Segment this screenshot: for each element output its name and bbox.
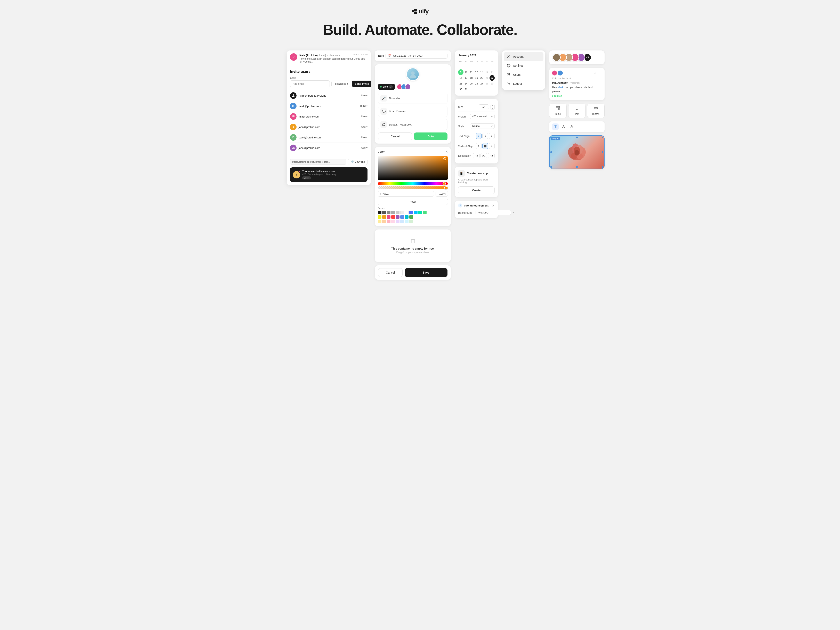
device-control[interactable]: 🎧 Default - MacBook... xyxy=(378,119,447,130)
cal-day[interactable]: 15 xyxy=(489,69,495,75)
copy-link-button[interactable]: 🔗 Copy link xyxy=(348,159,368,165)
cal-day[interactable]: 14 xyxy=(485,69,489,75)
valign-bottom-button[interactable]: ⬇ xyxy=(489,143,495,149)
color-swatch[interactable] xyxy=(405,215,409,219)
cal-day[interactable]: 21 xyxy=(485,75,489,81)
user-tool[interactable] xyxy=(560,123,567,130)
cal-day[interactable]: 26 xyxy=(474,81,479,87)
cal-day[interactable]: 29 xyxy=(489,81,495,87)
reset-color-button[interactable]: Reset xyxy=(378,199,448,205)
cal-day[interactable]: 24 xyxy=(463,81,469,87)
resize-handle-mr[interactable] xyxy=(602,152,603,153)
color-swatch[interactable] xyxy=(400,211,404,214)
cal-day[interactable]: 9 xyxy=(458,69,463,75)
valign-top-button[interactable]: ⬆ xyxy=(476,143,482,149)
comment-replies[interactable]: 5 replies xyxy=(552,95,602,98)
color-swatch[interactable] xyxy=(409,215,413,219)
valign-middle-button[interactable]: ⬛ xyxy=(482,143,488,149)
color-swatch[interactable] xyxy=(382,219,386,223)
close-icon[interactable]: ✕ xyxy=(492,204,495,208)
deco-underline-button[interactable]: Aa xyxy=(480,153,487,158)
align-right-button[interactable]: ≡ xyxy=(489,133,495,139)
color-swatch[interactable] xyxy=(378,219,381,223)
hue-slider[interactable] xyxy=(378,182,448,185)
style-select[interactable]: Normal Italic xyxy=(470,123,495,129)
table-component-button[interactable]: Table xyxy=(549,104,567,118)
color-swatch[interactable] xyxy=(387,219,390,223)
cal-day[interactable]: 12 xyxy=(474,69,479,75)
check-icon[interactable]: ✓ xyxy=(594,71,597,75)
cal-day[interactable]: 18 xyxy=(469,75,474,81)
deco-normal-button[interactable]: Aa xyxy=(473,153,480,158)
cal-day[interactable] xyxy=(469,63,474,69)
cal-day[interactable] xyxy=(463,63,469,69)
cal-day[interactable]: 28 xyxy=(485,81,489,87)
send-invite-button[interactable]: Send invite xyxy=(352,81,371,87)
color-swatch[interactable] xyxy=(423,211,426,214)
size-down-button[interactable]: ▼ xyxy=(491,107,494,109)
member-role[interactable]: Use ▾ xyxy=(362,136,368,139)
background-hex-input[interactable] xyxy=(475,210,511,215)
opacity-input[interactable] xyxy=(436,191,448,197)
cal-day[interactable]: 11 xyxy=(469,69,474,75)
color-swatch[interactable] xyxy=(378,215,381,219)
size-up-button[interactable]: ▲ xyxy=(491,104,494,107)
color-swatch[interactable] xyxy=(391,219,395,223)
color-swatch[interactable] xyxy=(387,211,390,214)
audio-control[interactable]: 🎤 No audio xyxy=(378,93,447,104)
button-component-button[interactable]: Button xyxy=(587,104,605,118)
cal-day[interactable]: 25 xyxy=(469,81,474,87)
align-left-button[interactable]: ≡ xyxy=(476,133,482,139)
member-role[interactable]: Use ▾ xyxy=(362,126,368,128)
camera-control[interactable]: 💬 Snap Camera xyxy=(378,106,447,117)
resize-handle-br[interactable] xyxy=(602,166,603,168)
color-gradient-picker[interactable] xyxy=(378,156,448,180)
cal-day[interactable]: 30 xyxy=(458,87,463,92)
share-link-input[interactable] xyxy=(290,159,346,165)
resize-handle-tl[interactable] xyxy=(550,137,552,138)
color-swatch[interactable] xyxy=(391,215,395,219)
resize-handle-tr[interactable] xyxy=(602,137,603,138)
cal-day[interactable] xyxy=(474,63,479,69)
cal-day[interactable] xyxy=(458,63,463,69)
resize-handle-mb[interactable] xyxy=(576,166,578,168)
opacity-slider[interactable] xyxy=(378,186,448,189)
hex-input[interactable] xyxy=(378,191,434,197)
cancel-button[interactable]: Cancel xyxy=(378,268,403,277)
color-swatch[interactable] xyxy=(391,211,395,214)
cal-day[interactable]: 13 xyxy=(479,69,484,75)
color-swatch[interactable] xyxy=(405,219,409,223)
cal-day[interactable]: 23 xyxy=(458,81,463,87)
cal-day[interactable] xyxy=(485,87,489,92)
color-swatch[interactable] xyxy=(409,219,413,223)
cal-day[interactable] xyxy=(489,87,495,92)
size-input[interactable] xyxy=(478,104,489,109)
color-swatch[interactable] xyxy=(396,215,399,219)
remove-color-icon[interactable]: ✕ xyxy=(513,211,515,214)
save-button[interactable]: Save xyxy=(404,268,447,277)
color-swatch[interactable] xyxy=(382,211,386,214)
cal-day[interactable]: 19 xyxy=(474,75,479,81)
logout-menu-item[interactable]: Logout xyxy=(504,79,543,88)
cal-day[interactable] xyxy=(485,63,489,69)
cal-day[interactable] xyxy=(479,87,484,92)
resize-handle-bl[interactable] xyxy=(550,166,552,168)
resize-handle-mt[interactable] xyxy=(576,137,578,138)
cal-day[interactable]: 10 xyxy=(463,69,469,75)
more-icon[interactable]: ⋯ xyxy=(598,71,602,75)
cal-day[interactable]: 1 xyxy=(489,63,495,69)
cal-day[interactable]: 27 xyxy=(479,81,484,87)
cal-day[interactable]: 20 xyxy=(479,75,484,81)
cal-day[interactable] xyxy=(474,87,479,92)
cal-day[interactable]: 17 xyxy=(463,75,469,81)
color-swatch[interactable] xyxy=(396,211,399,214)
member-role[interactable]: Use ▾ xyxy=(362,94,368,97)
member-role[interactable]: Use ▾ xyxy=(362,115,368,118)
align-center-button[interactable]: ≡ xyxy=(482,133,488,139)
text-component-button[interactable]: Text xyxy=(568,104,586,118)
color-swatch[interactable] xyxy=(400,219,404,223)
cal-day[interactable] xyxy=(479,63,484,69)
cal-day[interactable]: 22 xyxy=(489,75,495,81)
email-input[interactable] xyxy=(290,81,330,87)
cal-day[interactable]: 31 xyxy=(463,87,469,92)
